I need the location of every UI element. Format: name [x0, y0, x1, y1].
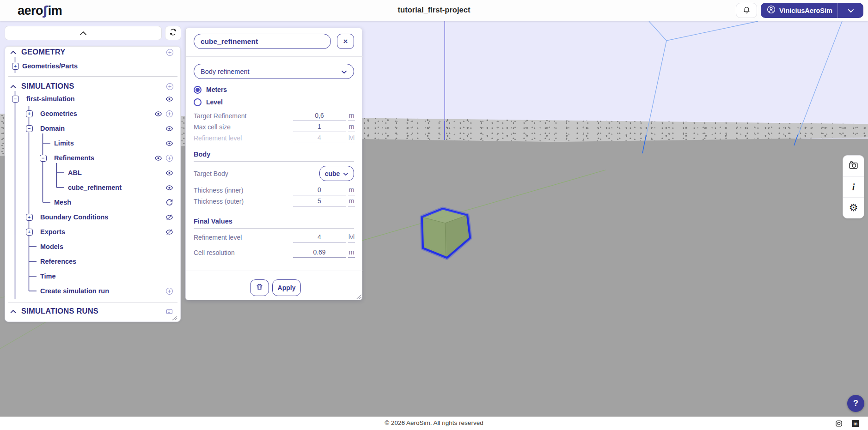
logo-s-glyph: ʃ — [43, 3, 48, 18]
viewport-settings-button[interactable]: ⚙ — [843, 197, 864, 218]
field-label: Thickness (inner) — [194, 186, 243, 194]
panel-divider — [186, 271, 363, 271]
refinement-type-select[interactable]: Body refinement — [194, 64, 354, 79]
add-geometry-icon[interactable] — [165, 48, 174, 56]
user-name: ViniciusAeroSim — [779, 7, 832, 14]
field-value-input[interactable]: 1 — [293, 122, 346, 132]
collapse-geometry-icon[interactable] — [10, 49, 17, 56]
expander-boundary-conditions[interactable]: + — [26, 214, 33, 221]
collapse-runs-icon[interactable] — [10, 308, 17, 315]
add-simulation-icon[interactable] — [165, 82, 174, 91]
mesh-regenerate-icon[interactable] — [165, 198, 173, 206]
linkedin-icon[interactable]: in — [851, 419, 860, 428]
model-tree-panel: GEOMETRY + Geometries/Parts SIMULATIONS … — [5, 46, 181, 322]
tree-item-mesh[interactable]: Mesh — [54, 198, 71, 206]
tree-divider — [8, 303, 177, 303]
visibility-eye-icon[interactable] — [165, 139, 173, 147]
field-unit: lvl — [348, 232, 355, 242]
visibility-eye-icon[interactable] — [154, 109, 162, 118]
tree-item-first-simulation[interactable]: first-simulation — [26, 95, 75, 103]
section-final-values-heading: Final Values — [194, 218, 232, 225]
field-unit: m — [348, 111, 355, 121]
visibility-eye-icon[interactable] — [165, 183, 173, 192]
field-value-input[interactable]: 0 — [293, 185, 346, 195]
apply-button[interactable]: Apply — [272, 279, 301, 296]
tree-refresh-button[interactable] — [165, 26, 181, 40]
question-icon: ? — [853, 399, 858, 408]
tree-item-exports[interactable]: Exports — [40, 228, 65, 236]
user-menu-main[interactable]: ViniciusAeroSim — [761, 5, 837, 16]
target-body-value: cube — [325, 170, 340, 177]
section-rule — [194, 228, 354, 229]
tree-item-time[interactable]: Time — [40, 272, 56, 280]
field-label: Refinement level — [194, 134, 242, 142]
field-label: Target Body — [194, 170, 228, 178]
expander-domain[interactable]: − — [26, 125, 33, 132]
section-simulations-runs[interactable]: SIMULATIONS RUNS — [21, 307, 98, 315]
tree-item-create-simulation-run[interactable]: Create simulation run — [40, 287, 109, 295]
visibility-eye-icon[interactable] — [165, 169, 173, 177]
add-refinement-icon[interactable] — [165, 154, 173, 162]
app-header: aeroʃim tutorial_first-project ViniciusA… — [0, 0, 868, 21]
radio-unselected-icon — [194, 98, 202, 106]
field-label: Refinement level — [194, 233, 242, 242]
user-menu-button[interactable]: ViniciusAeroSim — [761, 3, 863, 18]
visibility-eye-off-icon[interactable] — [165, 213, 173, 221]
section-rule — [194, 161, 354, 162]
tree-item-abl[interactable]: ABL — [68, 169, 82, 177]
field-value-readonly: 4 — [293, 133, 346, 143]
collapse-simulations-icon[interactable] — [10, 83, 17, 90]
visibility-eye-icon[interactable] — [154, 154, 162, 162]
tree-item-boundary-conditions[interactable]: Boundary Conditions — [40, 213, 108, 221]
info-button[interactable]: i — [843, 176, 864, 197]
panel-resize-handle[interactable] — [356, 294, 362, 299]
help-button[interactable]: ? — [847, 395, 864, 412]
aerosim-logo[interactable]: aeroʃim — [18, 3, 62, 18]
expander-first-simulation[interactable]: − — [12, 96, 19, 103]
tree-item-references[interactable]: References — [40, 257, 76, 266]
runs-list-icon[interactable] — [165, 307, 173, 315]
expander-exports[interactable]: + — [26, 229, 33, 236]
tree-item-cube-refinement[interactable]: cube_refinement — [68, 183, 122, 192]
expander-refinements[interactable]: − — [40, 155, 47, 162]
add-child-icon[interactable] — [165, 109, 173, 118]
tree-item-domain[interactable]: Domain — [40, 124, 65, 133]
visibility-eye-off-icon[interactable] — [165, 228, 173, 236]
refinement-editor-panel: × Body refinement Meters Level Target Re… — [185, 28, 362, 300]
tree-item-geometries-parts[interactable]: Geometries/Parts — [22, 62, 78, 70]
expander-geometries[interactable]: + — [26, 110, 33, 117]
chevron-up-icon — [79, 29, 87, 37]
field-value-input[interactable]: 0,6 — [293, 111, 346, 121]
tree-item-models[interactable]: Models — [40, 242, 63, 251]
section-geometry[interactable]: GEOMETRY — [21, 48, 65, 56]
create-run-plus-icon[interactable] — [165, 287, 173, 295]
tree-item-limits[interactable]: Limits — [54, 139, 74, 147]
camera-icon — [849, 160, 858, 172]
refinement-name-input[interactable] — [194, 34, 331, 49]
tree-item-refinements[interactable]: Refinements — [54, 154, 94, 162]
user-menu-caret-button[interactable] — [837, 3, 863, 18]
field-final-refinement-level: Refinement level 4 lvl — [186, 233, 363, 243]
field-thickness-outer: Thickness (outer) 5 m — [186, 197, 363, 207]
tree-resize-handle[interactable] — [171, 316, 178, 321]
trash-icon — [256, 283, 263, 293]
delete-refinement-button[interactable] — [250, 279, 269, 296]
radio-meters[interactable]: Meters — [194, 85, 227, 94]
screenshot-button[interactable] — [843, 156, 864, 176]
tree-item-geometries[interactable]: Geometries — [40, 109, 77, 118]
visibility-eye-icon[interactable] — [165, 95, 173, 103]
bell-icon — [743, 5, 751, 16]
expander-geometries-parts[interactable]: + — [12, 63, 19, 70]
target-body-select[interactable]: cube — [319, 166, 354, 181]
chevron-down-icon — [848, 6, 854, 15]
sidebar-collapse-bar[interactable] — [5, 26, 162, 40]
panel-divider — [186, 56, 363, 57]
radio-level-label: Level — [206, 98, 223, 106]
instagram-icon[interactable] — [835, 419, 843, 428]
panel-close-button[interactable]: × — [337, 34, 354, 49]
visibility-eye-icon[interactable] — [165, 124, 173, 133]
notifications-button[interactable] — [736, 3, 757, 18]
section-simulations[interactable]: SIMULATIONS — [21, 82, 74, 90]
radio-level[interactable]: Level — [194, 98, 223, 106]
field-value-input[interactable]: 5 — [293, 196, 346, 206]
